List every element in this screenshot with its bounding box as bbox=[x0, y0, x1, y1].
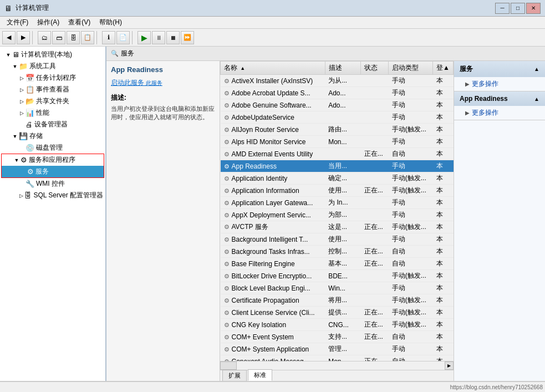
table-row[interactable]: ⚙AppX Deployment Servic...为部...手动本 bbox=[221, 209, 454, 221]
service-row-icon: ⚙ bbox=[224, 139, 230, 145]
toolbar-play-button[interactable]: ▶ bbox=[137, 31, 151, 44]
table-row[interactable]: ⚙Adobe Acrobat Update S...Ado...手动本 bbox=[221, 87, 454, 99]
menu-file[interactable]: 文件(F) bbox=[2, 17, 33, 28]
table-row[interactable]: ⚙AdobeUpdateService手动本 bbox=[221, 111, 454, 124]
computer-icon: 🖥 bbox=[12, 50, 19, 59]
toolbar-button-4[interactable]: 📋 bbox=[81, 31, 94, 44]
arrow-icon: ▶ bbox=[465, 110, 470, 116]
col-header-name[interactable]: 名称 ▲ bbox=[221, 62, 325, 75]
collapse-arrow: ▲ bbox=[534, 96, 539, 102]
table-row[interactable]: ⚙Application Identity确定...手动(触发...本 bbox=[221, 172, 454, 185]
tree-device-manager-label: 设备管理器 bbox=[34, 120, 68, 129]
minimize-button[interactable]: ─ bbox=[495, 3, 510, 14]
bottom-tabs: 扩展 标准 bbox=[220, 370, 454, 381]
collapse-arrow: ▲ bbox=[534, 66, 539, 72]
right-area: 🔍 服务 App Readiness 启动此服务 此服务 描述: 当用户初次登录… bbox=[106, 47, 545, 381]
tree-shared-folders-label: 共享文件夹 bbox=[36, 96, 69, 106]
table-row[interactable]: ⚙AVCTP 服务这是...正在...手动(触发...本 bbox=[221, 221, 454, 233]
tree-shared-folders[interactable]: ▷ 📂 共享文件夹 bbox=[0, 95, 105, 107]
action-more-operations-1[interactable]: ▶ 更多操作 bbox=[454, 77, 545, 91]
service-row-icon: ⚙ bbox=[224, 285, 230, 292]
table-row[interactable]: ⚙COM+ Event System支持...正在...自动本 bbox=[221, 331, 454, 343]
service-icon: ⚙ bbox=[27, 167, 34, 176]
col-header-startup[interactable]: 启动类型 bbox=[389, 62, 433, 75]
table-row[interactable]: ⚙Conexant Audio Messag...Mon...正在...自动本 bbox=[221, 355, 454, 362]
table-row[interactable]: ⚙Client License Service (Cli...提供...正在..… bbox=[221, 307, 454, 319]
expand-icon: ▷ bbox=[18, 87, 26, 93]
table-row[interactable]: ⚙Block Level Backup Engi...Win...手动本 bbox=[221, 282, 454, 294]
service-row-icon: ⚙ bbox=[224, 322, 230, 328]
table-row[interactable]: ⚙AllJoyn Router Service路由...手动(触发...本 bbox=[221, 124, 454, 136]
services-table: 名称 ▲ 描述 状态 启动类型 登▲ ⚙ActiveX Installer (A… bbox=[220, 61, 454, 361]
table-row[interactable]: ⚙AMD External Events Utility正在...自动本 bbox=[221, 148, 454, 160]
tree-sql-server[interactable]: ▷ 🗄 SQL Server 配置管理器 bbox=[0, 190, 105, 201]
maximize-button[interactable]: □ bbox=[511, 3, 525, 14]
status-url: https://blog.csdn.net/henry710252668 bbox=[450, 384, 543, 390]
col-header-status[interactable]: 状态 bbox=[361, 62, 389, 75]
toolbar-button-5[interactable]: ℹ bbox=[102, 31, 115, 44]
table-row[interactable]: ⚙Alps HID Monitor ServiceMon...手动本 bbox=[221, 136, 454, 148]
menu-action[interactable]: 操作(A) bbox=[33, 17, 64, 28]
service-row-icon: ⚙ bbox=[224, 114, 230, 121]
horizontal-scrollbar[interactable]: ▶ bbox=[220, 361, 454, 370]
tree-storage-label: 存储 bbox=[29, 131, 43, 141]
service-row-icon: ⚙ bbox=[224, 126, 230, 133]
table-row[interactable]: ⚙Certificate Propagation将用...手动(触发...本 bbox=[221, 294, 454, 307]
tree-performance[interactable]: ▷ 📊 性能 bbox=[0, 107, 105, 119]
table-row[interactable]: ⚙COM+ System Application管理...手动本 bbox=[221, 343, 454, 355]
toolbar-forward-button[interactable]: ▶ bbox=[17, 31, 30, 44]
table-row[interactable]: ⚙Background Tasks Infras...控制...正在...自动本 bbox=[221, 246, 454, 258]
search-icon: 🔍 bbox=[111, 50, 119, 57]
tree-root[interactable]: ▼ 🖥 计算机管理(本地) bbox=[0, 49, 105, 60]
expand-icon: ▷ bbox=[18, 193, 24, 198]
tree-task-scheduler-label: 任务计划程序 bbox=[36, 73, 76, 83]
menu-view[interactable]: 查看(V) bbox=[64, 17, 95, 28]
toolbar-back-button[interactable]: ◀ bbox=[2, 31, 16, 44]
tab-expand[interactable]: 扩展 bbox=[222, 370, 247, 381]
tree-services-apps[interactable]: ▼ ⚙ 服务和应用程序 bbox=[2, 154, 104, 166]
table-row[interactable]: ⚙Adobe Genuine Software...Ado...手动本 bbox=[221, 99, 454, 111]
action-section-app-readiness-title[interactable]: App Readiness ▲ bbox=[454, 91, 545, 106]
tab-standard[interactable]: 标准 bbox=[248, 369, 272, 381]
toolbar-up-button[interactable]: 🗂 bbox=[38, 31, 51, 44]
service-row-icon: ⚙ bbox=[224, 297, 230, 304]
col-header-desc[interactable]: 描述 bbox=[325, 62, 361, 75]
toolbar-button-6[interactable]: 📄 bbox=[116, 31, 130, 44]
tree-disk-management[interactable]: 💿 磁盘管理 bbox=[0, 142, 105, 154]
start-service-link[interactable]: 启动此服务 此服务 bbox=[111, 78, 215, 88]
perf-icon: 📊 bbox=[26, 109, 34, 117]
tree-services[interactable]: ⚙ 服务 bbox=[2, 166, 104, 177]
toolbar-button-3[interactable]: 🗄 bbox=[67, 31, 80, 44]
menu-help[interactable]: 帮助(H) bbox=[95, 17, 126, 28]
sort-arrow: ▲ bbox=[240, 65, 245, 71]
close-button[interactable]: ✕ bbox=[526, 3, 541, 14]
action-more-operations-2[interactable]: ▶ 更多操作 bbox=[454, 106, 545, 120]
left-tree-panel: ▼ 🖥 计算机管理(本地) ▼ 📁 系统工具 ▷ 📅 任务计划程序 ▷ 📋 事件… bbox=[0, 47, 106, 381]
services-table-wrap[interactable]: 名称 ▲ 描述 状态 启动类型 登▲ ⚙ActiveX Installer (A… bbox=[220, 61, 454, 361]
toolbar-stop-button[interactable]: ⏹ bbox=[166, 31, 180, 44]
toolbar-separator-3 bbox=[132, 31, 135, 44]
toolbar-restart-button[interactable]: ⏩ bbox=[181, 31, 194, 44]
tree-wmi[interactable]: 🔧 WMI 控件 bbox=[0, 178, 105, 190]
col-header-login[interactable]: 登▲ bbox=[433, 62, 454, 75]
app-icon: 🖥 bbox=[4, 4, 12, 13]
expand-icon: ▷ bbox=[18, 99, 26, 104]
table-row[interactable]: ⚙BitLocker Drive Encryptio...BDE...手动(触发… bbox=[221, 270, 454, 282]
table-row[interactable]: ⚙Application Layer Gatewa...为 In...手动本 bbox=[221, 197, 454, 209]
table-row[interactable]: ⚙ActiveX Installer (AxInstSV)为从...手动本 bbox=[221, 75, 454, 87]
action-section-services-title[interactable]: 服务 ▲ bbox=[454, 61, 545, 77]
tree-event-viewer[interactable]: ▷ 📋 事件查看器 bbox=[0, 84, 105, 95]
tree-system-tools[interactable]: ▼ 📁 系统工具 bbox=[0, 60, 105, 72]
service-row-icon: ⚙ bbox=[224, 102, 230, 109]
table-row[interactable]: ⚙Base Filtering Engine基本...正在...自动本 bbox=[221, 258, 454, 270]
toolbar-button-2[interactable]: 🗃 bbox=[52, 31, 65, 44]
table-row[interactable]: ⚙App Readiness当用...手动本 bbox=[221, 160, 454, 172]
table-row[interactable]: ⚙Background Intelligent T...使用...手动本 bbox=[221, 233, 454, 246]
tree-device-manager[interactable]: 🖨 设备管理器 bbox=[0, 119, 105, 130]
toolbar-pause-button[interactable]: ⏸ bbox=[152, 31, 165, 44]
tree-storage[interactable]: ▼ 💾 存储 bbox=[0, 130, 105, 142]
table-row[interactable]: ⚙Application Information使用...正在...手动(触发.… bbox=[221, 185, 454, 197]
tree-task-scheduler[interactable]: ▷ 📅 任务计划程序 bbox=[0, 72, 105, 84]
table-row[interactable]: ⚙CNG Key IsolationCNG...正在...手动(触发...本 bbox=[221, 319, 454, 331]
service-row-icon: ⚙ bbox=[224, 273, 230, 279]
